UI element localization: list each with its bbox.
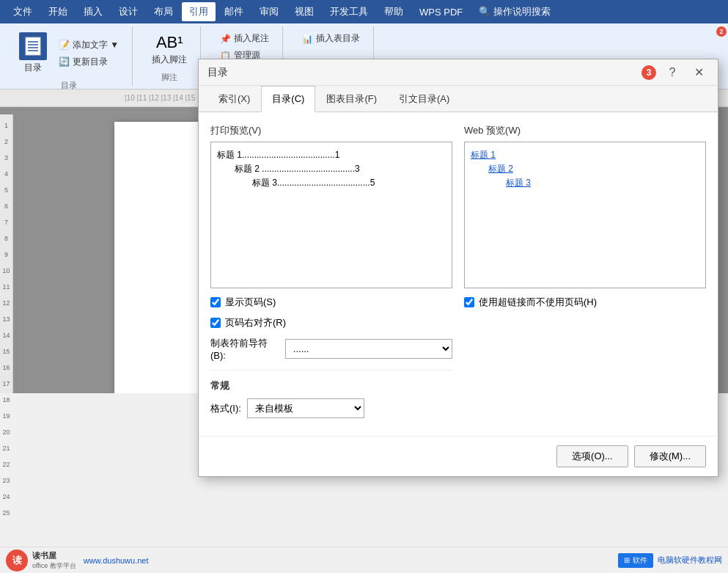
menubar-item-file[interactable]: 文件 xyxy=(6,2,40,21)
right-site-name: 电脑软硬件教程网 xyxy=(658,555,722,566)
web-link-2[interactable]: 标题 2 xyxy=(471,162,699,176)
bottom-right: ⊞ 软件 电脑软硬件教程网 xyxy=(618,553,722,568)
preview-line-1: 标题 1....................................… xyxy=(217,148,446,162)
insert-endnote-button[interactable]: 📌 插入尾注 xyxy=(217,31,272,46)
tab-figure-toc[interactable]: 图表目录(F) xyxy=(315,86,388,112)
web-link-3[interactable]: 标题 3 xyxy=(471,176,699,190)
tab-toc[interactable]: 目录(C) xyxy=(261,86,315,112)
show-pagenum-label: 显示页码(S) xyxy=(225,296,276,309)
ribbon-toc-small-btns: 📝 添加文字 ▼ 🔄 更新目录 xyxy=(54,36,123,71)
toc-label: 目录 xyxy=(24,62,42,74)
ribbon-group-toc-label: 目录 xyxy=(61,77,77,91)
format-select[interactable]: 来自模板 经典 正式 简单 现代 别致 xyxy=(247,398,364,418)
logo-subtitle: office 教学平台 xyxy=(32,561,76,571)
web-preview-label: Web 预览(W) xyxy=(464,124,706,137)
add-text-button[interactable]: 📝 添加文字 ▼ xyxy=(56,37,122,53)
print-preview-label: 打印预览(V) xyxy=(210,124,452,137)
update-icon: 🔄 xyxy=(59,56,70,67)
menubar-item-view[interactable]: 视图 xyxy=(287,2,321,21)
dialog-badge: 3 xyxy=(641,65,656,80)
table-toc-icon: 📊 xyxy=(302,34,313,44)
menubar-item-review[interactable]: 审阅 xyxy=(252,2,286,21)
ribbon-footnote-content: AB¹ 插入脚注 xyxy=(147,29,191,69)
menubar-item-home[interactable]: 开始 xyxy=(41,2,75,21)
use-hyperlink-checkbox[interactable] xyxy=(464,297,474,307)
dialog-title: 目录 xyxy=(207,66,228,79)
use-hyperlink-checkbox-row: 使用超链接而不使用页码(H) xyxy=(464,296,706,309)
dialog-body: 打印预览(V) 标题 1............................… xyxy=(199,112,718,436)
dialog-controls: 3 ? ✕ xyxy=(641,62,709,83)
menubar-item-search[interactable]: 🔍 操作说明搜索 xyxy=(471,2,558,21)
toc-button[interactable]: 目录 2 xyxy=(15,29,51,77)
ribbon-group-footnote-label: 脚注 xyxy=(161,69,177,83)
tab-leader-row: 制表符前导符(B): ...... ------ ______ 无 xyxy=(210,337,452,361)
format-row: 格式(I): 来自模板 经典 正式 简单 现代 别致 xyxy=(210,398,452,418)
dialog-close-button[interactable]: ✕ xyxy=(688,62,709,83)
ribbon-group-toc-content: 目录 2 📝 添加文字 ▼ 🔄 更新目录 xyxy=(15,29,123,77)
dialog-tabs: 索引(X) 目录(C) 图表目录(F) 引文目录(A) xyxy=(199,86,718,112)
menubar-item-layout[interactable]: 布局 xyxy=(147,2,180,21)
endnote-icon: 📌 xyxy=(220,34,231,44)
add-text-icon: 📝 xyxy=(59,40,70,50)
bottom-logo: 读 读书屋 office 教学平台 www.dushuwu.net xyxy=(6,550,149,572)
toc-dialog: 目录 3 ? ✕ 索引(X) 目录(C) 图表目录(F) 引文目录(A) 打印预… xyxy=(198,59,718,477)
show-pagenum-checkbox[interactable] xyxy=(210,297,221,307)
menubar-item-devtools[interactable]: 开发工具 xyxy=(323,2,375,21)
print-preview-box: 标题 1....................................… xyxy=(210,142,452,288)
preview-line-3: 标题 3....................................… xyxy=(217,176,446,190)
update-toc-button[interactable]: 🔄 更新目录 xyxy=(56,54,122,70)
menubar-item-insert[interactable]: 插入 xyxy=(76,2,110,21)
logo-icon: 读 xyxy=(6,550,28,572)
windows-badge: ⊞ 软件 xyxy=(618,553,653,568)
windows-label: 软件 xyxy=(633,555,647,566)
menubar: 文件 开始 插入 设计 布局 引用 邮件 审阅 视图 开发工具 帮助 WPS P… xyxy=(0,0,728,23)
pagenum-right-label: 页码右对齐(R) xyxy=(225,316,286,329)
logo-name: 读书屋 xyxy=(32,550,76,561)
dialog-footer: 选项(O)... 修改(M)... xyxy=(199,436,718,476)
toc-icon xyxy=(19,32,47,60)
dialog-help-button[interactable]: ? xyxy=(662,62,683,83)
print-preview-col: 打印预览(V) 标题 1............................… xyxy=(210,124,452,424)
preview-line-2: 标题 2 ...................................… xyxy=(217,162,446,176)
menubar-item-mail[interactable]: 邮件 xyxy=(217,2,251,21)
footnote-icon: AB¹ xyxy=(156,33,183,52)
menubar-item-help[interactable]: 帮助 xyxy=(377,2,411,21)
insert-footnote-button[interactable]: AB¹ 插入脚注 xyxy=(147,30,191,69)
web-preview-col: Web 预览(W) 标题 1 标题 2 标题 3 使用超链接而不使用页码(H) xyxy=(464,124,706,424)
use-hyperlink-label: 使用超链接而不使用页码(H) xyxy=(479,296,597,309)
pagenum-right-checkbox-row: 页码右对齐(R) xyxy=(210,316,452,329)
logo-text-block: 读书屋 office 教学平台 xyxy=(32,550,76,571)
show-pagenum-checkbox-row: 显示页码(S) xyxy=(210,296,452,309)
web-preview-box: 标题 1 标题 2 标题 3 xyxy=(464,142,706,288)
format-label: 格式(I): xyxy=(210,402,241,415)
menubar-item-wpspdf[interactable]: WPS PDF xyxy=(412,4,470,21)
tab-leader-label: 制表符前导符(B): xyxy=(210,337,279,361)
logo-url: www.dushuwu.net xyxy=(84,556,149,565)
footnote-label: 插入脚注 xyxy=(152,54,187,66)
toc-badge: 2 xyxy=(716,26,727,37)
search-icon: 🔍 xyxy=(479,6,490,17)
web-link-1[interactable]: 标题 1 xyxy=(471,148,699,162)
menubar-item-reference[interactable]: 引用 xyxy=(182,2,216,21)
bottom-bar: 读 读书屋 office 教学平台 www.dushuwu.net ⊞ 软件 电… xyxy=(0,547,728,573)
general-section-header: 常规 xyxy=(210,370,452,393)
caption-small-btns: 📊 插入表目录 xyxy=(298,29,364,48)
ribbon-group-toc: 目录 2 📝 添加文字 ▼ 🔄 更新目录 目录 xyxy=(6,26,133,86)
tab-leader-select[interactable]: ...... ------ ______ 无 xyxy=(285,339,452,359)
modify-button[interactable]: 修改(M)... xyxy=(634,445,706,467)
pagenum-right-checkbox[interactable] xyxy=(210,318,221,328)
ribbon-group-footnote: AB¹ 插入脚注 脚注 xyxy=(139,26,201,86)
tab-index[interactable]: 索引(X) xyxy=(207,86,261,112)
vertical-ruler: 1234567891011121314151617181920212223242… xyxy=(0,114,13,393)
tab-citation-toc[interactable]: 引文目录(A) xyxy=(388,86,460,112)
windows-icon: ⊞ xyxy=(624,556,630,564)
options-button[interactable]: 选项(O)... xyxy=(556,445,628,467)
menubar-item-design[interactable]: 设计 xyxy=(111,2,145,21)
dialog-titlebar: 目录 3 ? ✕ xyxy=(199,59,718,86)
svg-rect-0 xyxy=(26,37,40,55)
insert-table-toc-button[interactable]: 📊 插入表目录 xyxy=(299,31,363,46)
